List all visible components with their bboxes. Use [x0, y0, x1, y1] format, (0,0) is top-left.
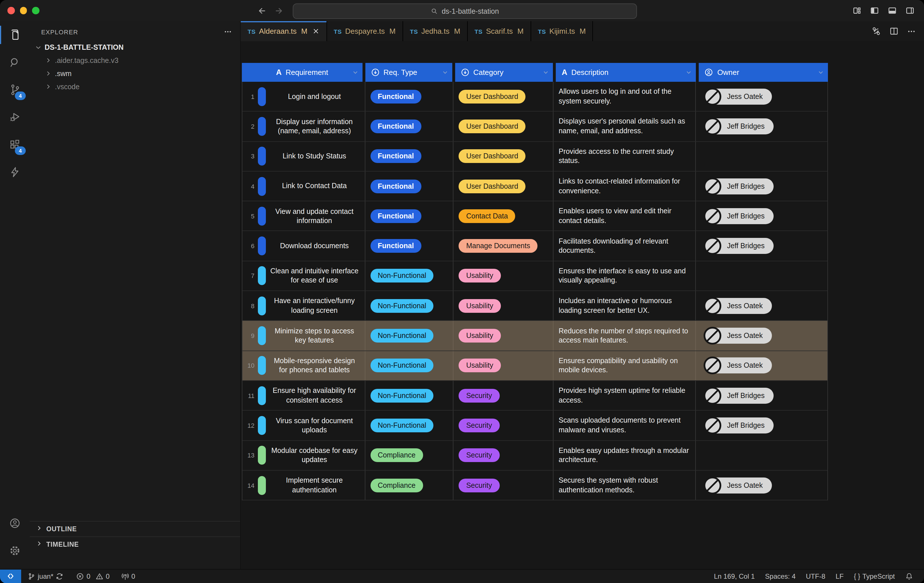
requirement-cell[interactable]: 11 Ensure high availability for consiste…	[243, 381, 365, 410]
customize-layout-icon[interactable]	[852, 6, 862, 15]
editor-more-actions-icon[interactable]	[907, 26, 916, 36]
requirement-cell[interactable]: 13 Modular codebase for easy updates	[243, 441, 365, 470]
open-changes-icon[interactable]	[871, 26, 881, 36]
owner-cell[interactable]: Jeff Bridges	[696, 231, 827, 261]
req-type-cell[interactable]: Non-Functional	[365, 381, 454, 410]
owner-cell[interactable]: Jess Oatek	[696, 471, 827, 500]
search-view-icon[interactable]	[0, 49, 30, 76]
description-cell[interactable]: Links to contact-related information for…	[553, 172, 696, 201]
source-control-view-icon[interactable]: 4	[0, 76, 30, 104]
description-cell[interactable]: Displays user's personal details such as…	[553, 112, 696, 141]
ports-status[interactable]: 0	[117, 569, 139, 583]
column-header-owner[interactable]: Owner	[699, 63, 828, 82]
req-type-cell[interactable]: Non-Functional	[365, 291, 454, 320]
encoding[interactable]: UTF-8	[801, 569, 830, 583]
req-type-cell[interactable]: Functional	[365, 82, 454, 111]
remote-indicator[interactable]	[0, 569, 21, 583]
requirement-cell[interactable]: 8 Have an interactive/funny loading scre…	[243, 291, 365, 320]
editor-tab[interactable]: TS Kijimi.ts M	[531, 21, 593, 41]
description-cell[interactable]: Provides high system uptime for reliable…	[553, 381, 696, 410]
editor-tab[interactable]: TS Scarif.ts M	[468, 21, 531, 41]
language-mode[interactable]: { } TypeScript	[849, 569, 900, 583]
description-cell[interactable]: Facilitates downloading of relevant docu…	[553, 231, 696, 261]
indentation[interactable]: Spaces: 4	[760, 569, 801, 583]
req-type-cell[interactable]: Non-Functional	[365, 321, 454, 350]
category-cell[interactable]: Security	[454, 381, 553, 410]
description-cell[interactable]: Scans uploaded documents to prevent malw…	[553, 411, 696, 440]
description-cell[interactable]: Secures the system with robust authentic…	[553, 471, 696, 500]
lightning-extension-icon[interactable]	[0, 159, 30, 186]
owner-cell[interactable]: Jess Oatek	[696, 291, 827, 320]
explorer-more-actions-icon[interactable]	[224, 27, 232, 37]
req-type-cell[interactable]: Non-Functional	[365, 261, 454, 291]
explorer-tree-item[interactable]: .swm	[30, 67, 240, 80]
close-tab-icon[interactable]	[312, 28, 319, 35]
category-cell[interactable]: User Dashboard	[454, 82, 553, 111]
req-type-cell[interactable]: Non-Functional	[365, 351, 454, 380]
description-cell[interactable]: Ensures compatibility and usability on m…	[553, 351, 696, 380]
description-cell[interactable]: Provides access to the current study sta…	[553, 142, 696, 171]
editor-tab[interactable]: TS Despayre.ts M	[327, 21, 403, 41]
description-cell[interactable]: Allows users to log in and out of the sy…	[553, 82, 696, 111]
eol-sequence[interactable]: LF	[830, 569, 849, 583]
category-cell[interactable]: Security	[454, 411, 553, 440]
editor-tab[interactable]: TS Alderaan.ts M	[241, 21, 327, 41]
toggle-secondary-sidebar-icon[interactable]	[905, 6, 915, 15]
column-header-description[interactable]: A Description	[556, 63, 696, 82]
requirement-cell[interactable]: 10 Mobile-responsive design for phones a…	[243, 351, 365, 380]
close-window-button[interactable]	[7, 7, 15, 14]
owner-cell[interactable]: Jess Oatek	[696, 351, 827, 380]
owner-cell[interactable]	[696, 441, 827, 470]
problems-status[interactable]: 0 0	[72, 569, 114, 583]
notifications-bell-icon[interactable]	[900, 569, 918, 583]
category-cell[interactable]: Usability	[454, 321, 553, 350]
description-cell[interactable]: Enables easy updates through a modular a…	[553, 441, 696, 470]
category-cell[interactable]: Usability	[454, 351, 553, 380]
category-cell[interactable]: Manage Documents	[454, 231, 553, 261]
back-button[interactable]	[257, 6, 266, 15]
req-type-cell[interactable]: Functional	[365, 142, 454, 171]
command-center-search[interactable]: ds-1-battle-station	[293, 3, 637, 19]
owner-cell[interactable]: Jeff Bridges	[696, 172, 827, 201]
cursor-position[interactable]: Ln 169, Col 1	[709, 569, 760, 583]
run-debug-view-icon[interactable]	[0, 104, 30, 131]
requirement-cell[interactable]: 9 Minimize steps to access key features	[243, 321, 365, 350]
req-type-cell[interactable]: Functional	[365, 201, 454, 231]
forward-button[interactable]	[274, 6, 284, 15]
owner-cell[interactable]: Jeff Bridges	[696, 112, 827, 141]
category-cell[interactable]: User Dashboard	[454, 172, 553, 201]
req-type-cell[interactable]: Functional	[365, 231, 454, 261]
minimize-window-button[interactable]	[20, 7, 27, 14]
explorer-tree-item[interactable]: .aider.tags.cache.v3	[30, 54, 240, 67]
editor-tab[interactable]: TS Jedha.ts M	[403, 21, 468, 41]
category-cell[interactable]: Usability	[454, 261, 553, 291]
requirement-cell[interactable]: 14 Implement secure authentication	[243, 471, 365, 500]
toggle-primary-sidebar-icon[interactable]	[870, 6, 879, 15]
req-type-cell[interactable]: Functional	[365, 172, 454, 201]
owner-cell[interactable]: Jeff Bridges	[696, 411, 827, 440]
category-cell[interactable]: User Dashboard	[454, 142, 553, 171]
accounts-icon[interactable]	[0, 509, 30, 537]
extensions-view-icon[interactable]: 4	[0, 131, 30, 159]
owner-cell[interactable]: Jeff Bridges	[696, 201, 827, 231]
explorer-tree-item[interactable]: .vscode	[30, 80, 240, 93]
req-type-cell[interactable]: Compliance	[365, 471, 454, 500]
owner-cell[interactable]	[696, 142, 827, 171]
branch-status[interactable]: juan*	[23, 569, 68, 583]
split-editor-icon[interactable]	[889, 26, 899, 36]
zoom-window-button[interactable]	[32, 7, 39, 14]
req-type-cell[interactable]: Non-Functional	[365, 411, 454, 440]
category-cell[interactable]: Security	[454, 441, 553, 470]
requirement-cell[interactable]: 6 Download documents	[243, 231, 365, 261]
owner-cell[interactable]: Jeff Bridges	[696, 381, 827, 410]
toggle-panel-icon[interactable]	[888, 6, 897, 15]
owner-cell[interactable]	[696, 261, 827, 291]
workspace-root-folder[interactable]: DS-1-BATTLE-STATION	[30, 41, 240, 54]
requirement-cell[interactable]: 4 Link to Contact Data	[243, 172, 365, 201]
requirement-cell[interactable]: 1 Login and logout	[243, 82, 365, 111]
category-cell[interactable]: Security	[454, 471, 553, 500]
explorer-view-icon[interactable]	[0, 21, 30, 49]
requirement-cell[interactable]: 12 Virus scan for document uploads	[243, 411, 365, 440]
column-header-requirement[interactable]: A Requirement	[242, 63, 362, 82]
description-cell[interactable]: Enables users to view and edit their con…	[553, 201, 696, 231]
